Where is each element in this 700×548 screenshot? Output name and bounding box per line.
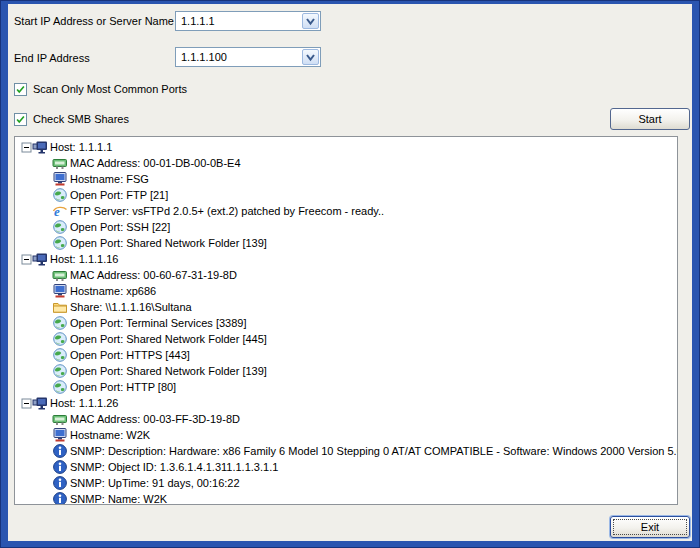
mac-icon — [52, 411, 68, 427]
host-icon — [32, 139, 48, 155]
scan-common-ports-label: Scan Only Most Common Ports — [33, 83, 187, 95]
tree-item-label: Open Port: Shared Network Folder [139] — [70, 237, 267, 249]
tree-item-row[interactable]: Open Port: Shared Network Folder [139] — [15, 235, 677, 251]
collapse-expander-icon[interactable] — [21, 139, 32, 155]
tree-item-label: FTP Server: vsFTPd 2.0.5+ (ext.2) patche… — [70, 205, 384, 217]
info-icon — [52, 475, 68, 491]
tree-item-row[interactable]: SNMP: Object ID: 1.3.6.1.4.1.311.1.1.3.1… — [15, 459, 677, 475]
tree-item-label: Open Port: Shared Network Folder [445] — [70, 333, 267, 345]
tree-item-label: MAC Address: 00-03-FF-3D-19-8D — [70, 413, 240, 425]
tree-item-label: Open Port: Terminal Services [3389] — [70, 317, 247, 329]
check-smb-checkbox[interactable] — [14, 113, 27, 126]
tree-item-row[interactable]: SNMP: Description: Hardware: x86 Family … — [15, 443, 677, 459]
host-label: Host: 1.1.1.26 — [50, 397, 119, 409]
exit-button[interactable]: Exit — [610, 516, 690, 538]
end-ip-combobox[interactable]: 1.1.1.100 — [175, 47, 321, 67]
info-icon — [52, 443, 68, 459]
tree-item-row[interactable]: MAC Address: 00-03-FF-3D-19-8D — [15, 411, 677, 427]
port-icon — [52, 219, 68, 235]
scan-results-tree[interactable]: Host: 1.1.1.1MAC Address: 00-01-DB-00-0B… — [14, 136, 678, 505]
port-icon — [52, 235, 68, 251]
tree-item-label: SNMP: Name: W2K — [70, 493, 167, 505]
tree-item-label: Hostname: xp686 — [70, 285, 156, 297]
end-ip-value: 1.1.1.100 — [176, 51, 302, 63]
tree-item-row[interactable]: Open Port: HTTPS [443] — [15, 347, 677, 363]
hostname-icon — [52, 427, 68, 443]
tree-item-label: SNMP: Object ID: 1.3.6.1.4.1.311.1.1.3.1… — [70, 461, 278, 473]
tree-item-row[interactable]: Open Port: FTP [21] — [15, 187, 677, 203]
start-ip-dropdown-button[interactable] — [302, 13, 319, 29]
tree-item-label: Hostname: FSG — [70, 173, 149, 185]
svg-text:e: e — [54, 204, 60, 219]
tree-item-row[interactable]: SNMP: UpTime: 91 days, 00:16:22 — [15, 475, 677, 491]
tree-item-row[interactable]: Open Port: Shared Network Folder [139] — [15, 363, 677, 379]
host-label: Host: 1.1.1.1 — [50, 141, 112, 153]
tree-host-row[interactable]: Host: 1.1.1.16 — [15, 251, 677, 267]
end-ip-dropdown-button[interactable] — [302, 49, 319, 65]
start-ip-combobox[interactable]: 1.1.1.1 — [175, 11, 321, 31]
tree-item-label: Open Port: HTTP [80] — [70, 381, 176, 393]
collapse-expander-icon[interactable] — [21, 251, 32, 267]
start-button[interactable]: Start — [610, 108, 690, 130]
info-icon — [52, 459, 68, 475]
scan-common-ports-checkbox[interactable] — [14, 83, 27, 96]
chevron-down-icon — [305, 53, 316, 62]
tree-item-row[interactable]: Open Port: SSH [22] — [15, 219, 677, 235]
collapse-expander-icon[interactable] — [21, 395, 32, 411]
info-icon — [52, 491, 68, 505]
end-ip-label: End IP Address — [14, 52, 90, 65]
start-ip-label: Start IP Address or Server Name — [14, 15, 174, 28]
start-ip-value: 1.1.1.1 — [176, 15, 302, 27]
tree-item-row[interactable]: SNMP: Name: W2K — [15, 491, 677, 505]
tree-item-row[interactable]: Hostname: W2K — [15, 427, 677, 443]
tree-item-row[interactable]: Open Port: HTTP [80] — [15, 379, 677, 395]
tree-item-row[interactable]: Hostname: xp686 — [15, 283, 677, 299]
host-icon — [32, 251, 48, 267]
tree-item-row[interactable]: MAC Address: 00-01-DB-00-0B-E4 — [15, 155, 677, 171]
tree-item-label: MAC Address: 00-01-DB-00-0B-E4 — [70, 157, 241, 169]
tree-item-row[interactable]: Open Port: Terminal Services [3389] — [15, 315, 677, 331]
port-icon — [52, 315, 68, 331]
tree-item-label: MAC Address: 00-60-67-31-19-8D — [70, 269, 237, 281]
check-smb-label: Check SMB Shares — [33, 113, 129, 125]
port-icon — [52, 187, 68, 203]
tree-item-label: Open Port: Shared Network Folder [139] — [70, 365, 267, 377]
host-label: Host: 1.1.1.16 — [50, 253, 119, 265]
content-layer: Start IP Address or Server Name End IP A… — [0, 0, 700, 548]
tree-host-row[interactable]: Host: 1.1.1.26 — [15, 395, 677, 411]
tree-item-label: SNMP: Description: Hardware: x86 Family … — [70, 445, 678, 457]
chevron-down-icon — [305, 17, 316, 26]
port-icon — [52, 347, 68, 363]
check-icon — [15, 114, 26, 125]
port-icon — [52, 363, 68, 379]
host-icon — [32, 395, 48, 411]
tree-item-label: SNMP: UpTime: 91 days, 00:16:22 — [70, 477, 240, 489]
tree-item-label: Open Port: SSH [22] — [70, 221, 170, 233]
tree-item-row[interactable]: eFTP Server: vsFTPd 2.0.5+ (ext.2) patch… — [15, 203, 677, 219]
tree-item-row[interactable]: Open Port: Shared Network Folder [445] — [15, 331, 677, 347]
tree-item-label: Share: \\1.1.1.16\Sultana — [70, 301, 192, 313]
tree-item-label: Open Port: HTTPS [443] — [70, 349, 190, 361]
hostname-icon — [52, 283, 68, 299]
mac-icon — [52, 155, 68, 171]
tree-item-row[interactable]: Hostname: FSG — [15, 171, 677, 187]
tree-item-label: Hostname: W2K — [70, 429, 150, 441]
check-icon — [15, 84, 26, 95]
port-icon — [52, 379, 68, 395]
folder-icon — [52, 299, 68, 315]
hostname-icon — [52, 171, 68, 187]
ie-icon: e — [52, 203, 68, 219]
mac-icon — [52, 267, 68, 283]
tree-item-row[interactable]: MAC Address: 00-60-67-31-19-8D — [15, 267, 677, 283]
port-icon — [52, 331, 68, 347]
tree-item-label: Open Port: FTP [21] — [70, 189, 168, 201]
tree-host-row[interactable]: Host: 1.1.1.1 — [15, 139, 677, 155]
tree-item-row[interactable]: Share: \\1.1.1.16\Sultana — [15, 299, 677, 315]
